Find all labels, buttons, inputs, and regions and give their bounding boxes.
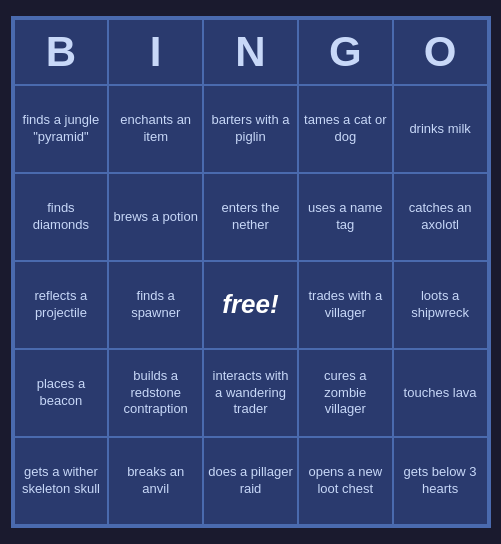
bingo-cell-10[interactable]: reflects a projectile	[14, 261, 109, 349]
bingo-cell-13[interactable]: trades with a villager	[298, 261, 393, 349]
bingo-cell-12[interactable]: free!	[203, 261, 298, 349]
bingo-cell-19[interactable]: touches lava	[393, 349, 488, 437]
bingo-cell-1[interactable]: enchants an item	[108, 85, 203, 173]
bingo-cell-20[interactable]: gets a wither skeleton skull	[14, 437, 109, 525]
bingo-cell-2[interactable]: barters with a piglin	[203, 85, 298, 173]
bingo-cell-5[interactable]: finds diamonds	[14, 173, 109, 261]
bingo-header: BINGO	[14, 19, 488, 85]
bingo-cell-11[interactable]: finds a spawner	[108, 261, 203, 349]
bingo-cell-24[interactable]: gets below 3 hearts	[393, 437, 488, 525]
bingo-letter-n: N	[203, 19, 298, 85]
bingo-letter-o: O	[393, 19, 488, 85]
bingo-cell-0[interactable]: finds a jungle "pyramid"	[14, 85, 109, 173]
bingo-cell-3[interactable]: tames a cat or dog	[298, 85, 393, 173]
bingo-cell-23[interactable]: opens a new loot chest	[298, 437, 393, 525]
bingo-cell-9[interactable]: catches an axolotl	[393, 173, 488, 261]
bingo-letter-b: B	[14, 19, 109, 85]
bingo-card: BINGO finds a jungle "pyramid"enchants a…	[11, 16, 491, 528]
bingo-grid: finds a jungle "pyramid"enchants an item…	[14, 85, 488, 525]
bingo-cell-21[interactable]: breaks an anvil	[108, 437, 203, 525]
bingo-cell-8[interactable]: uses a name tag	[298, 173, 393, 261]
bingo-cell-4[interactable]: drinks milk	[393, 85, 488, 173]
bingo-cell-16[interactable]: builds a redstone contraption	[108, 349, 203, 437]
bingo-letter-i: I	[108, 19, 203, 85]
bingo-cell-7[interactable]: enters the nether	[203, 173, 298, 261]
bingo-cell-6[interactable]: brews a potion	[108, 173, 203, 261]
bingo-cell-14[interactable]: loots a shipwreck	[393, 261, 488, 349]
bingo-cell-22[interactable]: does a pillager raid	[203, 437, 298, 525]
bingo-letter-g: G	[298, 19, 393, 85]
bingo-cell-15[interactable]: places a beacon	[14, 349, 109, 437]
bingo-cell-17[interactable]: interacts with a wandering trader	[203, 349, 298, 437]
bingo-cell-18[interactable]: cures a zombie villager	[298, 349, 393, 437]
